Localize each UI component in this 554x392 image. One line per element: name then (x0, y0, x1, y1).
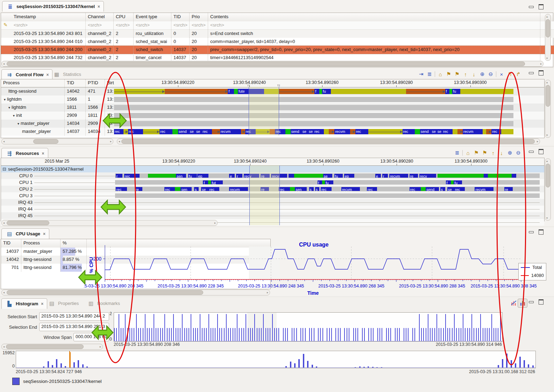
tab-bookmarks[interactable]: ▥ Bookmarks (83, 298, 123, 308)
tab-properties[interactable]: ▤ Properties (44, 298, 82, 308)
event-row[interactable]: 2015-03-25 13:30:54.890 244 010channel0_… (1, 38, 554, 46)
resources-hscrollbar[interactable]: ◂▸ (1, 220, 218, 226)
timeline-segment-se[interactable]: se (196, 129, 202, 134)
minimize-icon[interactable] (529, 301, 534, 303)
timeline-segment-rec[interactable]: rec (314, 129, 324, 134)
timeline-segment[interactable] (451, 180, 454, 184)
timeline-segment-rec[interactable]: rec (491, 129, 501, 134)
timeline-segment[interactable] (234, 89, 238, 94)
timeline-segment-s[interactable]: s (440, 187, 446, 191)
timeline-segment-recvm[interactable]: recvm (389, 174, 408, 178)
timeline-segment-f[interactable]: f (445, 89, 450, 94)
tab-statistics[interactable]: ▦ Statistics (49, 69, 85, 79)
column-header-tid[interactable]: TID (1, 239, 21, 247)
timeline-segment[interactable] (406, 89, 445, 94)
timeline-segment[interactable] (421, 187, 426, 191)
timeline-segment-e[interactable]: e (375, 174, 381, 178)
timeline-segment[interactable] (415, 129, 420, 134)
timeline-segment-sen[interactable]: sen (295, 187, 306, 191)
window-histogram[interactable] (114, 312, 503, 342)
timeline-segment-rec[interactable]: rec (355, 129, 369, 134)
timeline-segment[interactable] (350, 129, 355, 134)
zoom-in-icon[interactable]: ⊕ (478, 70, 486, 78)
timeline-segment-se[interactable]: se (308, 129, 314, 134)
timeline-segment-fu[interactable]: fu (322, 89, 331, 94)
control-flow-vscrollbar[interactable]: ▴▾ (545, 80, 551, 138)
timeline-segment-re[interactable]: re (135, 187, 142, 191)
event-row[interactable]: 2015-03-25 13:30:54.890 243 801channel0_… (1, 30, 554, 38)
previous-marker-icon[interactable]: ⚑ (445, 70, 453, 78)
tab-histogram[interactable]: ▙ Histogram × (1, 298, 47, 309)
timeline-segment-re[interactable]: re (410, 174, 418, 178)
column-header-process[interactable]: Process (21, 239, 61, 247)
timeline-segment-r[interactable]: r (382, 174, 388, 178)
show-legend-icon[interactable]: ≣ (425, 70, 434, 78)
timeline-segment[interactable] (331, 89, 406, 94)
minimize-icon[interactable] (529, 151, 534, 153)
process-name-cell[interactable]: lttng-sessiond (1, 87, 65, 95)
timeline-segment[interactable] (208, 180, 211, 184)
events-vscrollbar[interactable]: ▴▾ (545, 14, 551, 61)
timeline-segment-se[interactable]: se (189, 129, 196, 134)
timeline-segment-rec[interactable]: rec (164, 187, 175, 191)
timeline-segment-f[interactable]: f (228, 89, 234, 94)
timeline-segment[interactable] (279, 89, 315, 94)
column-header-prio[interactable]: Prio (190, 13, 208, 21)
tab-resources[interactable]: ⇶ Resources × (1, 148, 48, 158)
column-header-contents[interactable]: Contents (208, 13, 540, 21)
timeline-segment-s[interactable]: s (194, 187, 199, 191)
timeline-segment[interactable] (324, 129, 329, 134)
maximize-icon[interactable] (539, 229, 544, 235)
process-name-cell[interactable]: ▾init (1, 112, 65, 120)
maximize-icon[interactable] (539, 70, 544, 76)
filter-cell[interactable]: <srch> (171, 21, 190, 29)
hide-lost-events-icon[interactable] (509, 299, 518, 307)
timeline-segment-recvm[interactable]: recvm (220, 129, 241, 134)
close-icon[interactable]: × (46, 72, 49, 77)
timeline-segment[interactable] (488, 174, 512, 178)
column-header-tid[interactable]: TID (171, 13, 190, 21)
event-row[interactable]: 2015-03-25 13:30:54.890 244 200channel0_… (1, 46, 554, 54)
minimize-icon[interactable] (529, 6, 534, 8)
timeline-segment-recvm[interactable]: recvm (475, 187, 493, 191)
timeline-segment-se[interactable]: se (437, 129, 442, 134)
timeline-segment[interactable] (241, 129, 245, 134)
timeline-segment-ep[interactable]: ep (197, 174, 208, 178)
timeline-segment-rec[interactable]: rec (410, 187, 421, 191)
timeline-segment-rec[interactable]: rec (279, 187, 290, 191)
zoom-out-icon[interactable]: ⊖ (514, 149, 523, 157)
timeline-segment-rec[interactable]: rec (208, 187, 219, 191)
close-icon[interactable]: × (42, 151, 44, 156)
timeline-segment-send[interactable]: send (420, 129, 431, 134)
timeline-segment[interactable] (148, 174, 176, 178)
column-header-process[interactable]: Process (1, 79, 65, 87)
next-marker-icon[interactable]: ⚑ (453, 70, 461, 78)
timeline-segment[interactable] (484, 174, 488, 178)
timeline-segment[interactable] (368, 129, 402, 134)
timeline-segment-send[interactable]: send (426, 187, 439, 191)
events-hscrollbar[interactable]: ◂▸ (1, 61, 544, 67)
timeline-segment[interactable] (123, 129, 128, 134)
timeline-segment-recv[interactable]: recv (419, 174, 436, 178)
column-header-tid[interactable]: TID (65, 79, 86, 87)
timeline-segment-f[interactable]: f (446, 180, 451, 184)
maximize-icon[interactable] (539, 149, 544, 154)
process-name-cell[interactable]: ▾lightdm (1, 95, 65, 104)
timeline-segment[interactable] (501, 129, 513, 134)
hide-arrows-icon[interactable]: × (497, 70, 506, 78)
timeline-segment-fu[interactable]: fu (452, 89, 460, 94)
zoom-in-icon[interactable]: ⊕ (506, 149, 514, 157)
timeline-segment-se[interactable]: se (323, 174, 333, 178)
reset-time-scale-icon[interactable]: ⌂ (436, 70, 445, 78)
process-name-cell[interactable]: ▾master_player (1, 120, 65, 128)
selection-range[interactable] (249, 165, 280, 225)
timeline-segment-sen[interactable]: sen (176, 174, 186, 178)
timeline-segment-rec[interactable]: rec (114, 129, 123, 134)
timeline-segment-f[interactable]: f (314, 89, 319, 94)
zoom-out-icon[interactable]: ⊖ (486, 70, 495, 78)
timeline-segment-recvm[interactable]: recvm (341, 187, 360, 191)
down-icon[interactable]: ↓ (470, 70, 478, 78)
timeline-segment-s[interactable]: s (309, 187, 314, 191)
selection-end-field[interactable]: 2015-03-25 13:30:54.890 251 3 (39, 323, 109, 331)
timeline-segment-se[interactable]: se (447, 187, 454, 191)
